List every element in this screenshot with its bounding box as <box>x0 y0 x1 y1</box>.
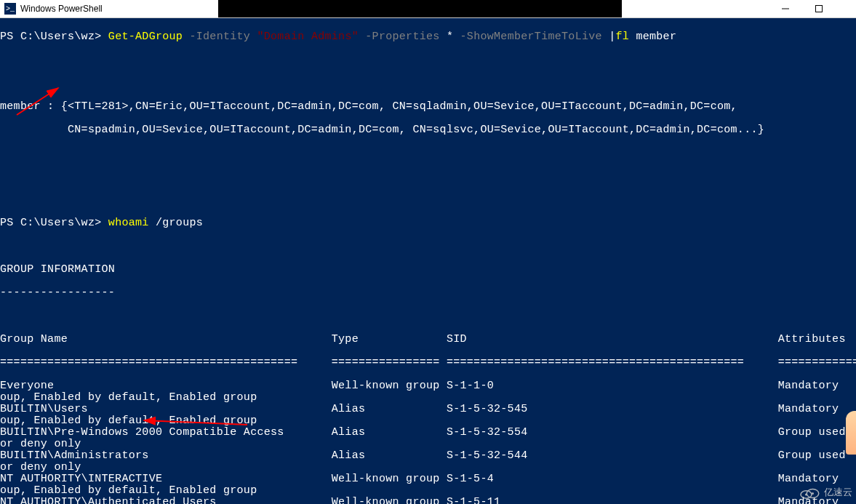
table-row: or deny only <box>0 462 856 473</box>
table-row: Everyone Well-known group S-1-1-0 Mandat… <box>0 380 856 392</box>
table-row: or deny only <box>0 439 856 450</box>
minimize-button[interactable] <box>769 0 802 17</box>
group-info-header: GROUP INFORMATION <box>0 264 856 276</box>
titlebar: >_ Windows PowerShell <box>0 0 856 18</box>
output-member-line2: CN=spadmin,OU=Sevice,OU=ITaccount,DC=adm… <box>0 124 856 136</box>
svg-point-9 <box>812 492 814 495</box>
cloud-icon <box>799 484 820 500</box>
titlebar-blackbox <box>218 0 622 17</box>
close-button[interactable] <box>836 0 856 17</box>
terminal-content[interactable]: PS C:\Users\wz> Get-ADGroup -Identity "D… <box>0 18 856 504</box>
svg-point-8 <box>805 494 807 496</box>
table-header: Group Name Type SID Attributes <box>0 334 856 345</box>
table-row: NT AUTHORITY\INTERACTIVE Well-known grou… <box>0 473 856 485</box>
group-info-dashes: ----------------- <box>0 287 856 299</box>
table-row: oup, Enabled by default, Enabled group <box>0 415 856 427</box>
window-title: Windows PowerShell <box>20 4 103 14</box>
maximize-button[interactable] <box>802 0 836 17</box>
command-line-1: PS C:\Users\wz> Get-ADGroup -Identity "D… <box>0 31 856 43</box>
table-row: NT AUTHORITY\Authenticated Users Well-kn… <box>0 497 856 504</box>
table-row: BUILTIN\Pre-Windows 2000 Compatible Acce… <box>0 427 856 439</box>
avatar-peek <box>846 411 856 455</box>
powershell-icon: >_ <box>4 3 16 15</box>
table-row: BUILTIN\Administrators Alias S-1-5-32-54… <box>0 450 856 462</box>
watermark: 亿速云 <box>799 484 852 500</box>
command-line-2: PS C:\Users\wz> whoami /groups <box>0 217 856 229</box>
table-row: oup, Enabled by default, Enabled group <box>0 485 856 497</box>
table-rows: Everyone Well-known group S-1-1-0 Mandat… <box>0 380 856 504</box>
window-controls <box>769 0 856 18</box>
table-row: oup, Enabled by default, Enabled group <box>0 392 856 404</box>
table-separator: ========================================… <box>0 357 856 369</box>
watermark-text: 亿速云 <box>824 486 852 499</box>
svg-rect-1 <box>816 6 823 12</box>
output-member-line1: member : {<TTL=281>,CN=Eric,OU=ITaccount… <box>0 101 856 113</box>
table-row: BUILTIN\Users Alias S-1-5-32-545 Mandato… <box>0 404 856 415</box>
